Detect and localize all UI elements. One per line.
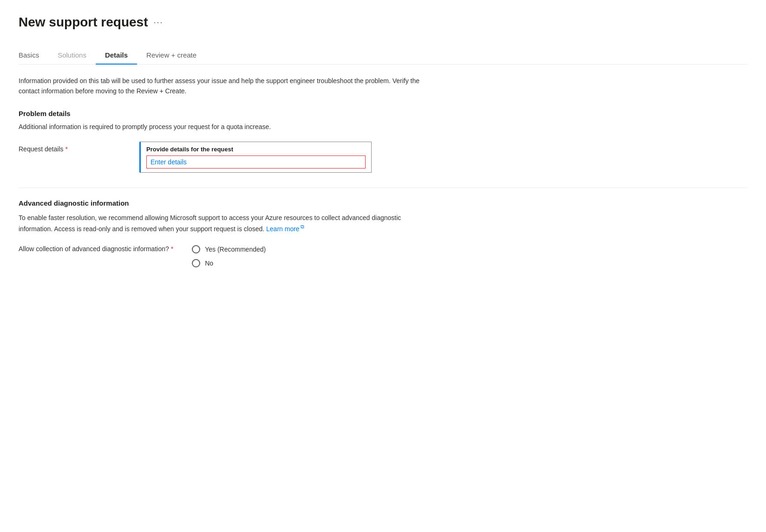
- request-details-input[interactable]: [146, 156, 366, 169]
- tab-review-create[interactable]: Review + create: [137, 46, 206, 65]
- tab-basics[interactable]: Basics: [19, 46, 48, 65]
- request-details-field-container: Provide details for the request: [139, 142, 372, 173]
- required-star-collection: *: [171, 245, 173, 253]
- allow-collection-row: Allow collection of advanced diagnostic …: [19, 245, 747, 267]
- advanced-diagnostic-description: To enable faster resolution, we recommen…: [19, 213, 437, 234]
- advanced-diagnostic-title: Advanced diagnostic information: [19, 199, 747, 207]
- radio-label-yes: Yes (Recommended): [205, 246, 266, 253]
- field-content: Provide details for the request: [141, 142, 372, 173]
- advanced-diagnostic-section: Advanced diagnostic information To enabl…: [19, 199, 747, 267]
- external-link-icon: ⧉: [301, 224, 304, 229]
- required-star-request: *: [65, 145, 68, 153]
- page-title: New support request: [19, 15, 148, 30]
- tab-bar: Basics Solutions Details Review + create: [19, 46, 747, 65]
- problem-details-section: Problem details Additional information i…: [19, 110, 747, 173]
- radio-option-yes[interactable]: Yes (Recommended): [192, 245, 266, 253]
- tab-details[interactable]: Details: [96, 46, 137, 65]
- radio-circle-yes: [192, 245, 200, 253]
- radio-label-no: No: [205, 260, 213, 267]
- problem-details-subtitle: Additional information is required to pr…: [19, 123, 437, 130]
- problem-details-title: Problem details: [19, 110, 747, 117]
- request-details-row: Request details * Provide details for th…: [19, 142, 747, 173]
- section-divider: [19, 188, 747, 188]
- field-header-label: Provide details for the request: [146, 146, 366, 153]
- tab-solutions[interactable]: Solutions: [48, 46, 96, 65]
- learn-more-link[interactable]: Learn more⧉: [266, 225, 304, 233]
- page-header: New support request ···: [19, 15, 747, 30]
- field-panel: Provide details for the request: [139, 142, 372, 173]
- allow-collection-label: Allow collection of advanced diagnostic …: [19, 245, 173, 253]
- diagnostic-radio-group: Yes (Recommended) No: [192, 245, 266, 267]
- tab-description: Information provided on this tab will be…: [19, 76, 437, 97]
- radio-circle-no: [192, 259, 200, 267]
- request-details-label: Request details *: [19, 142, 121, 153]
- more-options-button[interactable]: ···: [153, 18, 163, 27]
- radio-option-no[interactable]: No: [192, 259, 266, 267]
